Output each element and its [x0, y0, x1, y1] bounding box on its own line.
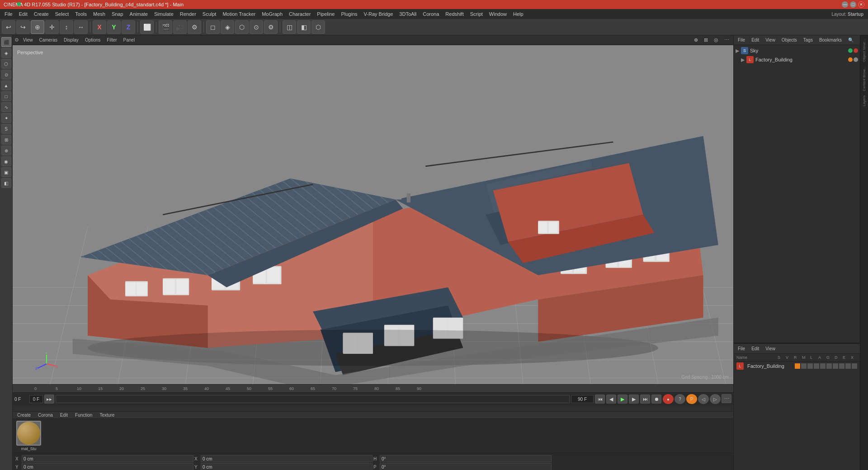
edge-button[interactable]: ⬡	[235, 20, 249, 34]
attr-icon-10[interactable]	[852, 363, 857, 369]
attr-icon-2[interactable]	[801, 363, 807, 369]
mode-11[interactable]: ⊕	[1, 146, 11, 155]
viewport-center-icon[interactable]: ⊕	[692, 36, 700, 44]
obj-menu-tags[interactable]: Tags	[801, 37, 815, 43]
attr-icon-9[interactable]	[845, 363, 851, 369]
menu-mesh[interactable]: Mesh	[90, 10, 108, 18]
viewport-menu-cameras[interactable]: Cameras	[37, 37, 60, 43]
y-axis-button[interactable]: Y	[107, 20, 121, 34]
redo-button[interactable]: ↪	[16, 20, 30, 34]
close-button[interactable]: ✕	[858, 1, 864, 8]
far-right-layers[interactable]: Layers	[862, 94, 866, 108]
factory-vis-render[interactable]	[848, 57, 853, 62]
factory-vis-editor[interactable]	[854, 57, 858, 62]
render-preview-button[interactable]: 🎬	[159, 20, 172, 34]
mode-6[interactable]: □	[1, 91, 11, 101]
play-btn-more[interactable]: ▸▸	[44, 395, 54, 404]
mode-13[interactable]: ▣	[1, 167, 11, 177]
mode-12[interactable]: ◉	[1, 156, 11, 166]
uvw-button[interactable]: ⚙	[264, 20, 278, 34]
main-viewport[interactable]: Perspective Grid Spacing : 1000 cm X Y Z	[13, 45, 733, 384]
object-item-sky[interactable]: ▶ S Sky	[734, 46, 860, 55]
go-to-start-button[interactable]: ⏮	[595, 395, 605, 404]
h-input[interactable]	[380, 455, 552, 462]
menu-edit[interactable]: Edit	[16, 10, 30, 18]
menu-tools[interactable]: Tools	[72, 10, 90, 18]
mode-objects[interactable]: ⬛	[1, 37, 11, 47]
menu-pipeline[interactable]: Pipeline	[314, 10, 337, 18]
render-to-po-button[interactable]: 🎥	[173, 20, 187, 34]
keyframe-auto-button[interactable]: P	[686, 394, 697, 404]
object-item-factory-building[interactable]: ▶ L Factory_Building	[739, 55, 860, 64]
attr-icon-3[interactable]	[807, 363, 813, 369]
far-right-content[interactable]: Content Brow...	[862, 65, 866, 93]
mode-edge[interactable]: ⬡	[1, 59, 11, 69]
minimize-button[interactable]: —	[842, 1, 848, 8]
viewport-menu-view[interactable]: View	[21, 37, 35, 43]
viewport-menu-panel[interactable]: Panel	[121, 37, 137, 43]
display-mode-button[interactable]: ◫	[283, 20, 296, 34]
viewport-menu-filter[interactable]: Filter	[104, 37, 119, 43]
p-input[interactable]	[380, 463, 552, 470]
z-axis-button[interactable]: Z	[122, 20, 135, 34]
obj-menu-edit[interactable]: Edit	[749, 37, 761, 43]
obj-menu-file[interactable]: File	[736, 37, 747, 43]
mat-menu-corona[interactable]: Corona	[35, 412, 56, 418]
x-size-input[interactable]	[201, 455, 373, 462]
scale-button[interactable]: ↕	[60, 20, 73, 34]
attr-icon-8[interactable]	[839, 363, 844, 369]
x-axis-button[interactable]: X	[93, 20, 106, 34]
wireframe-button[interactable]: ⬡	[311, 20, 325, 34]
obj-menu-bookmarks[interactable]: Bookmarks	[817, 37, 844, 43]
mode-s[interactable]: S	[1, 124, 11, 134]
mode-joint[interactable]: ✦	[1, 113, 11, 123]
attrs-menu-file[interactable]: File	[736, 345, 747, 352]
mat-menu-function[interactable]: Function	[72, 412, 95, 418]
attr-icon-4[interactable]	[814, 363, 819, 369]
move-button[interactable]: ✛	[45, 20, 59, 34]
next-frame-button[interactable]: ▶	[629, 395, 639, 404]
point-button[interactable]: ⊙	[250, 20, 263, 34]
menu-file[interactable]: File	[2, 10, 15, 18]
mat-menu-edit[interactable]: Edit	[57, 412, 71, 418]
viewport-solo-icon[interactable]: ◎	[712, 36, 721, 44]
frame-input[interactable]	[29, 395, 43, 403]
timeline-ruler[interactable]: 0 5 10 15 20 25 30 35 40 45 50 55 60 65 …	[13, 385, 733, 393]
attrs-item-factory[interactable]: L Factory_Building	[734, 362, 860, 371]
object-button[interactable]: ◻	[206, 20, 220, 34]
attr-icon-5[interactable]	[820, 363, 826, 369]
menu-animate[interactable]: Animate	[127, 10, 151, 18]
viewport-menu-options[interactable]: Options	[83, 37, 103, 43]
keyframe-record-button[interactable]: ●	[663, 394, 674, 404]
undo-button[interactable]: ↩	[2, 20, 15, 34]
mode-14[interactable]: ◧	[1, 178, 11, 188]
menu-window[interactable]: Window	[486, 10, 509, 18]
keyframe-mark-button[interactable]: ?	[675, 394, 685, 404]
obj-menu-objects[interactable]: Objects	[779, 37, 799, 43]
attr-icon-1[interactable]	[795, 363, 800, 369]
material-swatch[interactable]	[16, 421, 41, 446]
maximize-button[interactable]: □	[850, 1, 856, 8]
menu-sculpt[interactable]: Sculpt	[200, 10, 219, 18]
keyframe-nav-next[interactable]: ▷	[710, 394, 721, 404]
object-list[interactable]: ▶ S Sky ▶ L Factory_Building	[734, 45, 860, 343]
menu-select[interactable]: Select	[52, 10, 72, 18]
y-position-input[interactable]	[22, 463, 193, 470]
shading-button[interactable]: ◧	[297, 20, 311, 34]
attrs-menu-edit[interactable]: Edit	[749, 345, 761, 352]
mode-poly[interactable]: ◈	[1, 48, 11, 58]
menu-script[interactable]: Script	[467, 10, 486, 18]
prev-frame-button[interactable]: ◀	[606, 395, 616, 404]
sky-vis-editor[interactable]	[854, 48, 858, 53]
poly-button[interactable]: ◈	[221, 20, 234, 34]
menu-simulate[interactable]: Simulate	[151, 10, 176, 18]
menu-vray-bridge[interactable]: V-Ray Bridge	[361, 10, 396, 18]
menu-motion-tracker[interactable]: Motion Tracker	[220, 10, 258, 18]
attrs-menu-view[interactable]: View	[763, 345, 778, 352]
rotate-button[interactable]: ↔	[74, 20, 88, 34]
menu-character[interactable]: Character	[286, 10, 313, 18]
sky-vis-render[interactable]	[848, 48, 853, 53]
more-options-button[interactable]: ⋯	[722, 394, 731, 403]
live-selection-button[interactable]: ⊕	[31, 20, 44, 34]
menu-corona[interactable]: Corona	[420, 10, 442, 18]
